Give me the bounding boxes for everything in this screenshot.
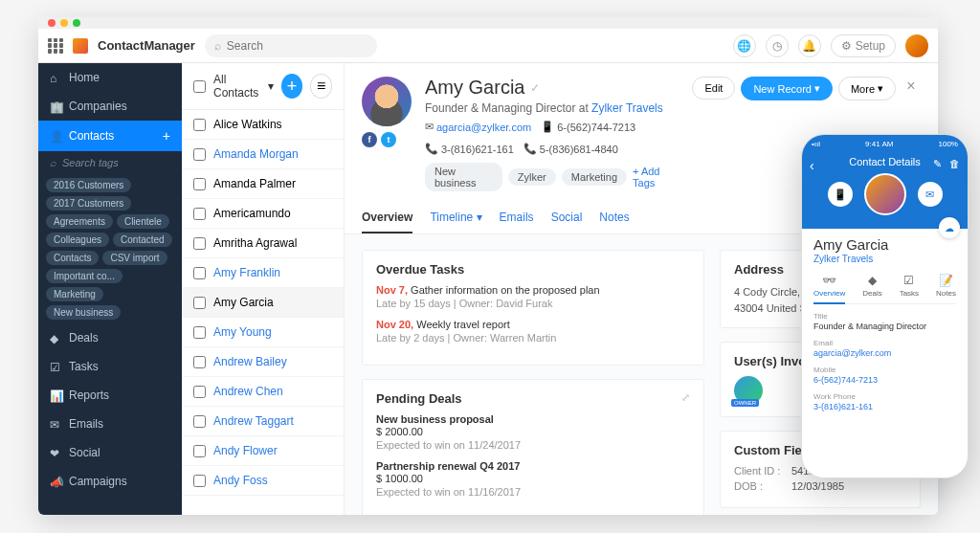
phone-call-button[interactable]: 📱 bbox=[828, 182, 853, 207]
expand-icon[interactable]: ⤢ bbox=[681, 391, 690, 404]
delete-icon[interactable]: 🗑 bbox=[949, 158, 960, 170]
tab-social[interactable]: Social bbox=[551, 203, 583, 233]
phone-tab-deals[interactable]: ◆Deals bbox=[862, 274, 881, 298]
contact-tag[interactable]: New business bbox=[425, 163, 502, 191]
contact-row[interactable]: Andrew Bailey bbox=[182, 347, 344, 377]
maximize-window-icon[interactable] bbox=[73, 19, 80, 27]
sidebar-item-contacts[interactable]: 👤Contacts+ bbox=[38, 121, 182, 151]
task-item[interactable]: Nov 7, Gather information on the propose… bbox=[376, 284, 690, 309]
back-icon[interactable]: ‹ bbox=[810, 158, 814, 173]
tag-contacted[interactable]: Contacted bbox=[113, 233, 172, 247]
add-contact-button[interactable]: + bbox=[281, 74, 302, 99]
select-all-checkbox[interactable] bbox=[193, 80, 206, 93]
sidebar-item-emails[interactable]: ✉Emails bbox=[38, 410, 182, 438]
tag-2016-customers[interactable]: 2016 Customers bbox=[46, 178, 131, 192]
contact-checkbox[interactable] bbox=[193, 326, 206, 339]
contact-checkbox[interactable] bbox=[193, 475, 206, 487]
sidebar-item-deals[interactable]: ◆Deals bbox=[38, 323, 182, 352]
contact-checkbox[interactable] bbox=[193, 415, 206, 428]
contact-checkbox[interactable] bbox=[193, 119, 206, 131]
twitter-icon[interactable]: t bbox=[381, 132, 396, 147]
contact-checkbox[interactable] bbox=[193, 356, 206, 368]
search-tags[interactable]: ⌕Search tags bbox=[38, 151, 182, 174]
contact-row[interactable]: Andy Flower bbox=[182, 436, 344, 466]
clock-icon[interactable]: ◷ bbox=[766, 34, 789, 57]
contact-row[interactable]: Andy Foss bbox=[182, 466, 344, 496]
deal-item[interactable]: New business proposal$ 2000.00Expected t… bbox=[376, 413, 690, 451]
globe-icon[interactable]: 🌐 bbox=[733, 34, 756, 57]
contact-row[interactable]: Andrew Chen bbox=[182, 377, 344, 407]
contact-row[interactable]: Amy Franklin bbox=[182, 258, 344, 288]
contact-row[interactable]: Andrew Taggart bbox=[182, 407, 344, 436]
task-item[interactable]: Nov 20, Weekly travel reportLate by 2 da… bbox=[376, 319, 690, 344]
tag-clientele[interactable]: Clientele bbox=[117, 214, 169, 229]
tag-2017-customers[interactable]: 2017 Customers bbox=[46, 196, 131, 211]
contact-checkbox[interactable] bbox=[193, 208, 206, 220]
contact-checkbox[interactable] bbox=[193, 386, 206, 398]
global-search-input[interactable] bbox=[227, 39, 368, 53]
contact-checkbox[interactable] bbox=[193, 297, 206, 309]
tag-contacts[interactable]: Contacts bbox=[46, 251, 99, 265]
sidebar-item-companies[interactable]: 🏢Companies bbox=[38, 92, 182, 121]
facebook-icon[interactable]: f bbox=[362, 132, 377, 147]
phone-icon: 📞 bbox=[425, 143, 438, 155]
contact-checkbox[interactable] bbox=[193, 178, 206, 190]
sidebar-item-social[interactable]: ❤Social bbox=[38, 438, 182, 467]
sidebar-item-reports[interactable]: 📊Reports bbox=[38, 381, 182, 410]
deal-item[interactable]: Partnership renewal Q4 2017$ 1000.00Expe… bbox=[376, 460, 690, 498]
contact-row[interactable]: Alice Watkins bbox=[182, 110, 344, 140]
contact-row[interactable]: Amy Young bbox=[182, 318, 344, 347]
contact-checkbox[interactable] bbox=[193, 237, 206, 250]
company-link[interactable]: Zylker Travels bbox=[591, 101, 663, 115]
edit-icon[interactable]: ✎ bbox=[933, 158, 942, 170]
phone-tab-overview[interactable]: 👓Overview bbox=[813, 274, 845, 304]
tab-notes[interactable]: Notes bbox=[599, 203, 629, 233]
contact-tag[interactable]: Marketing bbox=[562, 168, 627, 186]
tag-important-co-[interactable]: Important co... bbox=[46, 269, 122, 283]
close-window-icon[interactable] bbox=[48, 19, 56, 27]
plus-icon[interactable]: + bbox=[163, 128, 170, 144]
cloud-upload-icon[interactable]: ☁ bbox=[939, 217, 960, 238]
contact-row[interactable]: Amritha Agrawal bbox=[182, 229, 344, 258]
edit-button[interactable]: Edit bbox=[692, 77, 735, 100]
contact-row[interactable]: Americamundo bbox=[182, 199, 344, 229]
chevron-down-icon: ▾ bbox=[878, 82, 883, 95]
minimize-window-icon[interactable] bbox=[60, 19, 68, 27]
tag-marketing[interactable]: Marketing bbox=[46, 287, 103, 301]
sidebar-item-campaigns[interactable]: 📣Campaigns bbox=[38, 467, 182, 496]
list-options-button[interactable]: ≡ bbox=[310, 74, 332, 99]
apps-grid-icon[interactable] bbox=[48, 38, 63, 54]
contact-tag[interactable]: Zylker bbox=[508, 168, 556, 186]
more-button[interactable]: More ▾ bbox=[838, 77, 896, 100]
close-detail-button[interactable]: × bbox=[902, 77, 921, 96]
topbar: ContactManager ⌕ 🌐 ◷ 🔔 ⚙Setup bbox=[38, 29, 938, 63]
contact-checkbox[interactable] bbox=[193, 267, 206, 279]
phone-tab-tasks[interactable]: ☑Tasks bbox=[900, 274, 919, 298]
tab-overview[interactable]: Overview bbox=[362, 203, 412, 233]
contact-row[interactable]: Amanda Palmer bbox=[182, 169, 344, 199]
contact-email[interactable]: agarcia@zylker.com bbox=[436, 122, 531, 133]
tag-agreements[interactable]: Agreements bbox=[46, 214, 113, 229]
global-search[interactable]: ⌕ bbox=[205, 34, 377, 57]
sidebar-item-home[interactable]: ⌂Home bbox=[38, 63, 182, 92]
owner-avatar[interactable] bbox=[734, 376, 763, 405]
phone-company-link[interactable]: Zylker Travels bbox=[813, 254, 956, 264]
tag-colleagues[interactable]: Colleagues bbox=[46, 233, 109, 247]
sidebar-item-tasks[interactable]: ☑Tasks bbox=[38, 352, 182, 381]
setup-button[interactable]: ⚙Setup bbox=[831, 34, 896, 57]
contact-checkbox[interactable] bbox=[193, 445, 206, 457]
add-tags-button[interactable]: + Add Tags bbox=[633, 166, 679, 189]
tag-csv-import[interactable]: CSV import bbox=[102, 251, 167, 265]
contact-row[interactable]: Amy Garcia bbox=[182, 288, 344, 318]
phone-email-button[interactable]: ✉ bbox=[918, 182, 943, 207]
contact-row[interactable]: Amanda Morgan bbox=[182, 140, 344, 169]
notifications-icon[interactable]: 🔔 bbox=[798, 34, 821, 57]
list-filter-dropdown[interactable]: All Contacts ▾ bbox=[213, 73, 274, 100]
tab-emails[interactable]: Emails bbox=[500, 203, 534, 233]
tab-timeline[interactable]: Timeline ▾ bbox=[430, 203, 481, 233]
user-avatar[interactable] bbox=[905, 34, 928, 57]
tag-new-business[interactable]: New business bbox=[46, 305, 121, 320]
new-record-button[interactable]: New Record ▾ bbox=[741, 77, 833, 100]
phone-tab-notes[interactable]: 📝Notes bbox=[936, 274, 956, 298]
contact-checkbox[interactable] bbox=[193, 148, 206, 161]
